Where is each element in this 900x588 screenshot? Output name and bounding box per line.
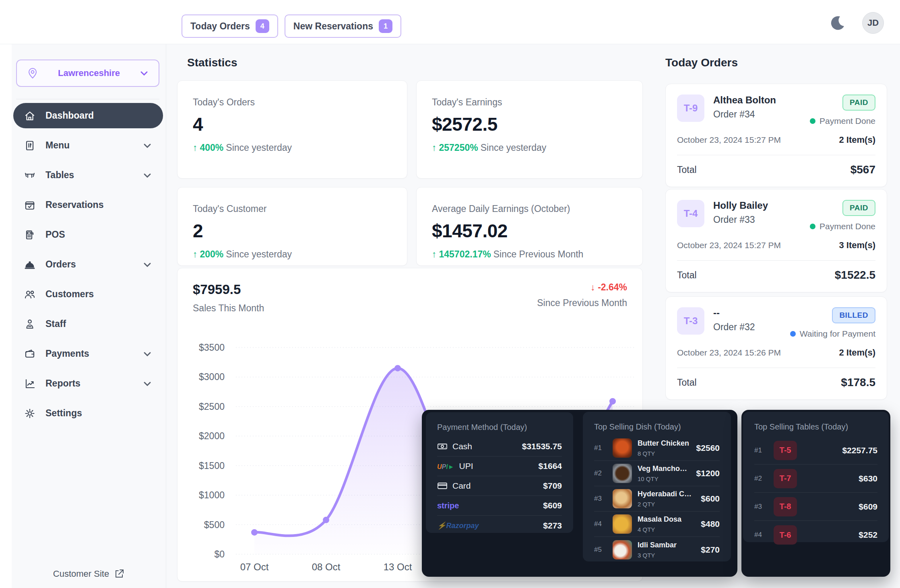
order-datetime: October 23, 2024 15:27 PM xyxy=(677,135,781,145)
table-badge: T-4 xyxy=(677,200,704,227)
dish-qty: 10 QTY xyxy=(638,475,691,482)
overlay-panel-left: Payment Method (Today) Cash $31535.75 UP… xyxy=(422,410,737,577)
sidebar-item-dashboard[interactable]: Dashboard xyxy=(13,103,163,128)
pos-terminal-icon xyxy=(24,229,36,241)
dish-amount: $270 xyxy=(701,545,720,555)
sidebar-item-tables[interactable]: Tables xyxy=(13,162,163,188)
stat-title: Today's Orders xyxy=(193,97,392,108)
payment-method-name: Cash xyxy=(452,442,472,451)
table-badge: T-3 xyxy=(677,307,704,335)
top-dish-row: #1 Butter Chicken 8 QTY $2560 xyxy=(594,436,720,461)
svg-text:$3000: $3000 xyxy=(199,372,225,382)
sidebar-item-label: POS xyxy=(45,229,153,240)
dish-qty: 4 QTY xyxy=(638,526,695,533)
order-card-34[interactable]: T-9 Althea Bolton Order #34 PAID Payment… xyxy=(665,84,887,187)
dish-name: Idli Sambar xyxy=(638,541,695,549)
topbar-right: JD xyxy=(828,12,884,34)
cash-icon xyxy=(437,441,448,452)
payment-method-row: Cash $31535.75 xyxy=(437,437,562,456)
location-selector[interactable]: Lawrenceshire xyxy=(16,60,159,87)
sidebar-item-staff[interactable]: Staff xyxy=(13,311,163,337)
svg-text:08 Oct: 08 Oct xyxy=(312,561,341,572)
sidebar-footer: Customer Site xyxy=(12,569,166,579)
stat-card: Today's Customer 2 ↑ 200% Since yesterda… xyxy=(177,187,407,266)
topbar-tab-new-reservations[interactable]: New Reservations 1 xyxy=(285,14,401,38)
razorpay-logo: ⚡Razorpay xyxy=(437,521,479,530)
order-card-divider xyxy=(677,368,875,368)
payment-method-name: Card xyxy=(452,481,471,491)
order-card-33[interactable]: T-4 Holly Bailey Order #33 PAID Payment … xyxy=(665,189,887,292)
avatar[interactable]: JD xyxy=(862,12,884,34)
top-dish-row: #3 Hyderabadi Chicken Biryani 2 QTY $600 xyxy=(594,486,720,512)
order-status-note: Payment Done xyxy=(810,116,875,126)
dish-amount: $2560 xyxy=(696,443,720,453)
topbar: Today Orders 4 New Reservations 1 JD xyxy=(0,0,900,44)
staff-icon xyxy=(24,318,36,330)
sales-chart-header: $7959.5 Sales This Month ↓ -2.64% Since … xyxy=(193,282,627,314)
sidebar-item-payments[interactable]: Payments xyxy=(13,341,163,366)
dish-name: Butter Chicken xyxy=(638,439,691,448)
table-badge: T-5 xyxy=(774,441,797,460)
topbar-tab-today-orders[interactable]: Today Orders 4 xyxy=(182,14,278,38)
sales-chart-totals: $7959.5 Sales This Month xyxy=(193,282,264,314)
sales-change-note: Since Previous Month xyxy=(537,298,627,308)
order-items-count: 3 Item(s) xyxy=(839,240,875,251)
arrow-up-icon: ↑ xyxy=(432,142,437,153)
sidebar-item-reservations[interactable]: Reservations xyxy=(13,192,163,218)
sidebar-item-settings[interactable]: Settings xyxy=(13,401,163,426)
stat-change: ↑ 145702.17% Since Previous Month xyxy=(432,249,627,260)
sidebar-item-menu[interactable]: Menu xyxy=(13,133,163,158)
sidebar: Lawrenceshire Dashboard Menu Tables Rese… xyxy=(12,44,166,588)
dish-amount: $480 xyxy=(701,519,720,529)
home-icon xyxy=(24,110,36,122)
top-dish-row: #2 Veg Manchow Soup 10 QTY $1200 xyxy=(594,461,720,486)
order-card-32[interactable]: T-3 -- Order #32 BILLED Waiting for Paym… xyxy=(665,296,887,400)
table-badge: T-6 xyxy=(774,525,797,545)
moon-icon[interactable] xyxy=(828,13,848,33)
top-selling-dish-rows: #1 Butter Chicken 8 QTY $2560 #2 Veg Man… xyxy=(594,436,720,562)
svg-text:$3500: $3500 xyxy=(199,342,225,353)
stat-value: 2 xyxy=(193,220,392,242)
sales-subtitle: Sales This Month xyxy=(193,303,264,314)
cloche-icon xyxy=(24,259,36,271)
topbar-tabs: Today Orders 4 New Reservations 1 xyxy=(182,14,401,38)
sidebar-item-label: Menu xyxy=(45,140,132,151)
order-status-badge: PAID xyxy=(842,95,875,111)
map-pin-icon xyxy=(27,67,39,79)
sidebar-divider xyxy=(16,99,159,99)
dish-qty: 8 QTY xyxy=(638,450,691,457)
top-table-row: #4 T-6 $252 xyxy=(754,521,877,549)
dish-qty: 2 QTY xyxy=(638,501,695,508)
dish-name: Masala Dosa xyxy=(638,515,695,524)
order-status-note: Payment Done xyxy=(810,222,875,231)
overlay-panel-right: Top Selling Tables (Today) #1 T-5 $2257.… xyxy=(741,410,890,577)
chevron-down-icon xyxy=(142,259,153,270)
sidebar-item-customers[interactable]: Customers xyxy=(13,282,163,307)
customer-site-link[interactable]: Customer Site xyxy=(53,569,124,579)
table-amount: $630 xyxy=(859,474,877,483)
status-dot-icon xyxy=(810,118,815,124)
sidebar-item-orders[interactable]: Orders xyxy=(13,252,163,277)
order-status-badge: BILLED xyxy=(832,307,875,323)
stat-change-period: Since yesterday xyxy=(226,142,292,153)
chevron-down-icon xyxy=(139,68,149,78)
stat-change-period: Since Previous Month xyxy=(493,249,584,260)
table-rank: #2 xyxy=(754,475,767,483)
table-badge: T-7 xyxy=(774,469,797,488)
external-link-icon xyxy=(114,569,124,579)
stat-value: $1457.02 xyxy=(432,220,627,242)
chevron-down-icon xyxy=(142,170,153,181)
order-customer: Althea Bolton xyxy=(713,95,801,106)
order-number: Order #33 xyxy=(713,214,801,225)
stat-value: 4 xyxy=(193,113,392,135)
stat-title: Today's Customer xyxy=(193,204,392,214)
top-selling-dish-title: Top Selling Dish (Today) xyxy=(594,422,720,432)
sidebar-item-reports[interactable]: Reports xyxy=(13,371,163,396)
order-customer: -- xyxy=(713,307,781,319)
sidebar-item-pos[interactable]: POS xyxy=(13,222,163,247)
order-total-value: $567 xyxy=(850,163,875,176)
menu-book-icon xyxy=(24,140,36,152)
sales-total: $7959.5 xyxy=(193,282,264,297)
sidebar-item-label: Tables xyxy=(45,170,132,181)
wallet-icon xyxy=(24,348,36,360)
